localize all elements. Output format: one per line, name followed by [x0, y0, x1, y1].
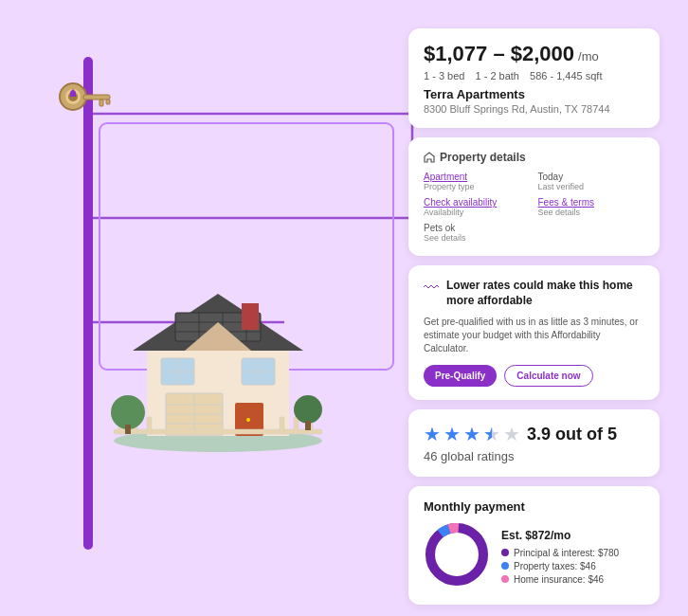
svg-rect-42	[294, 417, 299, 434]
stars-row: ★ ★ ★ ★ ★ ★ 3.9 out of 5	[424, 423, 644, 445]
prop-label-type: Apartment	[424, 172, 531, 182]
principal-label: Principal & interest: $780	[514, 548, 619, 558]
afford-desc: Get pre-qualified with us in as little a…	[424, 316, 644, 355]
donut-chart	[424, 521, 490, 591]
prop-item-fees[interactable]: Fees & terms See details	[538, 197, 645, 217]
sqft-range: 586 - 1,445 sqft	[530, 70, 602, 82]
svg-rect-41	[280, 417, 284, 434]
svg-rect-40	[147, 417, 152, 434]
details-row: 1 - 3 bed 1 - 2 bath 586 - 1,445 sqft	[424, 70, 644, 82]
svg-rect-12	[70, 92, 76, 97]
svg-rect-47	[305, 421, 311, 430]
key-icon	[52, 76, 114, 137]
svg-rect-22	[242, 303, 259, 330]
cards-container: $1,077 – $2,000 /mo 1 - 3 bed 1 - 2 bath…	[408, 28, 660, 605]
prop-item-availability[interactable]: Check availability Availability	[424, 197, 531, 217]
price-card: $1,077 – $2,000 /mo 1 - 3 bed 1 - 2 bath…	[408, 28, 660, 128]
ratings-score: 3.9 out of 5	[527, 425, 617, 444]
legend-taxes: Property taxes: $46	[501, 561, 619, 571]
payment-estimate: Est. $872/mo	[501, 529, 619, 542]
payment-card: Monthly payment E	[408, 486, 660, 605]
apt-address: 8300 Bluff Springs Rd, Austin, TX 78744	[424, 103, 644, 115]
legend-insurance: Home insurance: $46	[501, 574, 619, 585]
svg-rect-45	[125, 425, 131, 434]
price-range: $1,077 – $2,000	[424, 42, 574, 66]
insurance-dot	[501, 575, 509, 583]
legend-principal: Principal & interest: $780	[501, 548, 619, 558]
prop-sub-fees: See details	[538, 208, 645, 217]
svg-point-46	[294, 395, 322, 424]
star-4-half: ★ ★	[483, 423, 500, 445]
afford-title: Lower rates could make this home more af…	[446, 279, 644, 308]
svg-point-44	[111, 395, 145, 429]
svg-marker-48	[425, 153, 434, 162]
star-2: ★	[444, 423, 461, 445]
svg-point-36	[246, 418, 250, 422]
prop-label-availability[interactable]: Check availability	[424, 197, 531, 208]
afford-buttons: Pre-Qualify Calculate now	[424, 365, 644, 387]
star-5: ★	[503, 423, 520, 445]
svg-rect-37	[114, 429, 322, 434]
principal-dot	[501, 549, 509, 556]
house-area	[95, 256, 360, 464]
insurance-label: Home insurance: $46	[514, 574, 604, 585]
wave-icon: 〰	[424, 280, 439, 297]
prop-sub-availability: Availability	[424, 208, 531, 217]
prop-sub-type: Property type	[424, 182, 531, 191]
prop-sub-pets: See details	[424, 233, 531, 243]
apt-name: Terra Apartments	[424, 87, 644, 101]
afford-header: 〰 Lower rates could make this home more …	[424, 279, 644, 308]
ratings-count: 46 global ratings	[424, 449, 644, 463]
bath-count: 1 - 2 bath	[475, 70, 518, 82]
ratings-card: ★ ★ ★ ★ ★ ★ 3.9 out of 5 46 global ratin…	[408, 409, 660, 477]
calculate-button[interactable]: Calculate now	[504, 365, 592, 387]
taxes-label: Property taxes: $46	[514, 561, 596, 571]
prop-item-pets: Pets ok See details	[424, 223, 531, 243]
payment-title: Monthly payment	[424, 499, 644, 514]
payment-content: Est. $872/mo Principal & interest: $780 …	[424, 521, 644, 591]
svg-rect-10	[106, 100, 110, 104]
house-illustration	[95, 256, 341, 455]
taxes-dot	[501, 562, 509, 570]
key-area	[52, 76, 114, 141]
property-details-card: Property details Apartment Property type…	[408, 137, 660, 256]
star-3: ★	[463, 423, 480, 445]
prop-sub-verified: Last verified	[538, 182, 645, 191]
prop-card-title: Property details	[424, 151, 644, 164]
home-icon	[424, 152, 435, 163]
star-1: ★	[424, 423, 441, 445]
prop-value-verified: Today	[538, 172, 645, 182]
svg-point-50	[430, 528, 483, 581]
prop-item-type: Apartment Property type	[424, 172, 531, 191]
prequalify-button[interactable]: Pre-Qualify	[424, 365, 497, 387]
prop-grid: Apartment Property type Today Last verif…	[424, 172, 644, 243]
bed-count: 1 - 3 bed	[424, 70, 464, 82]
payment-right: Est. $872/mo Principal & interest: $780 …	[501, 529, 619, 585]
price-unit: /mo	[578, 49, 599, 63]
svg-rect-9	[100, 100, 103, 106]
affordability-card: 〰 Lower rates could make this home more …	[408, 265, 660, 400]
main-container: $1,077 – $2,000 /mo 1 - 3 bed 1 - 2 bath…	[0, 0, 688, 616]
prop-label-fees[interactable]: Fees & terms	[538, 197, 645, 208]
payment-legend: Principal & interest: $780 Property taxe…	[501, 548, 619, 585]
svg-rect-8	[83, 95, 110, 100]
prop-value-pets: Pets ok	[424, 223, 531, 233]
prop-item-verified: Today Last verified	[538, 172, 645, 191]
